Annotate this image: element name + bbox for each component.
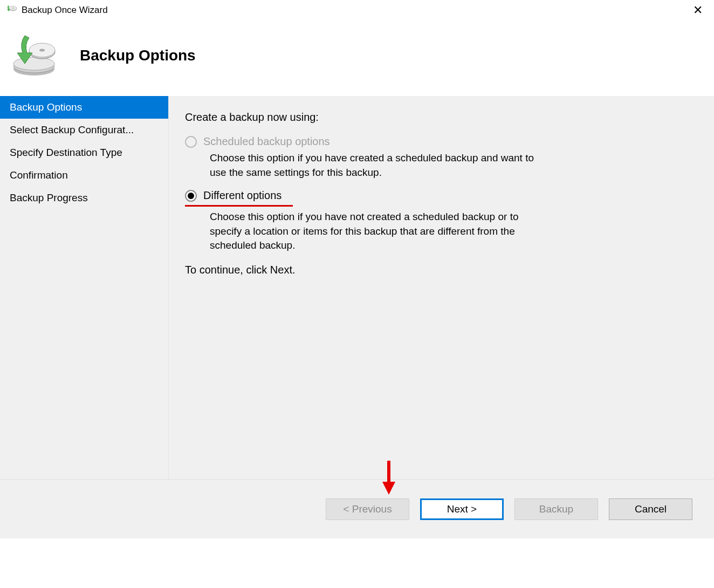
option-different[interactable]: Different options Choose this option if … — [185, 189, 698, 253]
svg-marker-11 — [382, 482, 395, 495]
titlebar: Backup Once Wizard ✕ — [0, 0, 714, 20]
label-different: Different options — [203, 189, 282, 202]
backup-button: Backup — [514, 498, 598, 520]
svg-point-2 — [12, 8, 14, 9]
radio-scheduled — [185, 136, 197, 148]
step-backup-options[interactable]: Backup Options — [0, 96, 168, 119]
bottom-gap — [0, 538, 714, 588]
desc-different: Choose this option if you have not creat… — [210, 210, 544, 253]
label-scheduled: Scheduled backup options — [203, 135, 330, 148]
backup-disk-icon — [10, 31, 58, 80]
continue-instruction: To continue, click Next. — [185, 264, 698, 276]
window-title: Backup Once Wizard — [22, 5, 687, 16]
close-button[interactable]: ✕ — [687, 4, 709, 16]
wizard-footer: < Previous Next > Backup Cancel — [0, 479, 714, 538]
page-title: Backup Options — [80, 47, 196, 64]
option-scheduled: Scheduled backup options Choose this opt… — [185, 135, 698, 180]
step-confirmation[interactable]: Confirmation — [0, 164, 168, 187]
svg-point-6 — [13, 57, 54, 70]
cancel-button[interactable]: Cancel — [609, 498, 692, 520]
radio-different[interactable] — [185, 190, 197, 202]
desc-scheduled: Choose this option if you have created a… — [210, 151, 544, 180]
step-specify-destination[interactable]: Specify Destination Type — [0, 141, 168, 164]
previous-button: < Previous — [326, 498, 409, 520]
annotation-arrow-icon — [381, 458, 397, 498]
step-select-backup-config[interactable]: Select Backup Configurat... — [0, 119, 168, 141]
wizard-body: Backup Options Select Backup Configurat.… — [0, 96, 714, 479]
wizard-header: Backup Options — [0, 20, 714, 96]
step-backup-progress[interactable]: Backup Progress — [0, 187, 168, 209]
annotation-underline — [185, 205, 293, 207]
wizard-content: Create a backup now using: Scheduled bac… — [168, 96, 714, 479]
svg-point-9 — [39, 49, 45, 52]
next-button[interactable]: Next > — [420, 498, 504, 520]
intro-text: Create a backup now using: — [185, 111, 698, 124]
wizard-steps-sidebar: Backup Options Select Backup Configurat.… — [0, 96, 168, 479]
app-icon — [5, 4, 17, 16]
